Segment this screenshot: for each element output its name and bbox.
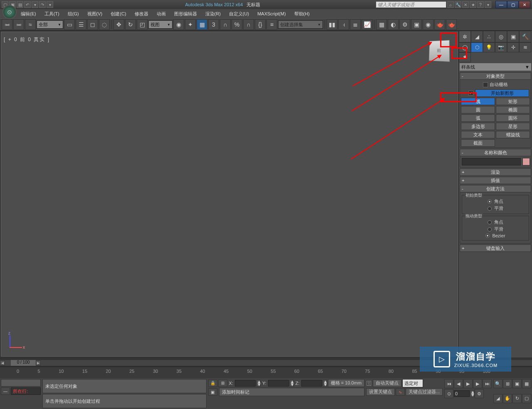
category-dropdown[interactable]: 样条线▼ (460, 63, 531, 71)
menu-customize[interactable]: 自定义(U) (229, 11, 249, 17)
redo-dd-icon[interactable]: ▾ (47, 1, 53, 8)
teapot2-icon[interactable]: 🫖 (446, 19, 457, 30)
hierarchy-tab-icon[interactable]: ⛬ (483, 31, 495, 42)
startnewshape-button[interactable]: 开始新图形 (475, 89, 529, 97)
star-icon[interactable]: ★ (470, 1, 476, 8)
timetag-icon[interactable]: ▣ (208, 388, 217, 396)
time-config2-icon[interactable]: ⚙ (475, 389, 484, 398)
drag-bezier-radio[interactable] (485, 234, 490, 238)
zoom-extents-all-icon[interactable]: ▦ (522, 379, 531, 388)
time-config-icon[interactable]: ⊙ (444, 389, 453, 398)
create-tab-icon[interactable]: ✲ (459, 31, 471, 42)
menu-animation[interactable]: 动画 (157, 11, 166, 17)
keyfilter-button[interactable]: 关键点过滤器... (406, 388, 443, 396)
refcoord-dropdown[interactable]: 视图▼ (148, 20, 172, 29)
time-spinner[interactable]: ▲▼ (470, 390, 474, 397)
modify-tab-icon[interactable]: ◢ (471, 31, 483, 42)
drag-smooth-radio[interactable] (488, 227, 492, 232)
menu-modifiers[interactable]: 修改器 (135, 11, 148, 17)
utilities-tab-icon[interactable]: 🔨 (519, 31, 531, 42)
initial-smooth-radio[interactable] (488, 207, 492, 211)
lock-selection-icon[interactable]: 🔒 (208, 379, 217, 387)
menu-rendering[interactable]: 渲染(R) (205, 11, 221, 17)
donut-button[interactable]: 圆环 (496, 114, 530, 122)
rollup-objecttype[interactable]: -对象类型 (460, 72, 531, 80)
selection-filter-dropdown[interactable]: 全部▼ (37, 20, 63, 29)
menu-edit[interactable]: 编辑(E) (21, 11, 36, 17)
redo-icon[interactable]: ↷ (39, 1, 46, 8)
help-dd-icon[interactable]: ▾ (485, 1, 491, 8)
ngon-button[interactable]: 多边形 (461, 123, 495, 130)
pan-icon[interactable]: ✋ (503, 394, 512, 403)
help-search-input[interactable] (376, 1, 446, 8)
menu-help[interactable]: 帮助(H) (294, 11, 310, 17)
display-tab-icon[interactable]: ▣ (507, 31, 519, 42)
setkey-apply-icon[interactable]: ∿ (396, 388, 405, 396)
pivot-icon[interactable]: ◉ (173, 19, 184, 30)
trackbar-minibar[interactable] (1, 379, 41, 387)
rollup-createmethod[interactable]: -创建方法 (460, 185, 531, 192)
geometry-subcat-icon[interactable]: ◯ (459, 42, 471, 52)
named-selset-icon[interactable]: ≡ (266, 19, 277, 30)
goto-end-icon[interactable]: ⏭ (483, 379, 492, 388)
unlink-icon[interactable]: ⫘ (13, 19, 24, 30)
spacewarps-subcat-icon[interactable]: ≋ (519, 42, 531, 52)
angle-snap-icon[interactable]: ∩ (220, 19, 231, 30)
maximize-button[interactable]: ▢ (507, 1, 519, 8)
helix-button[interactable]: 螺旋线 (496, 131, 530, 138)
help-icon[interactable]: ? (477, 1, 484, 8)
snap-toggle-icon[interactable]: ▦ (197, 19, 207, 30)
add-time-tag[interactable]: 添加时间标记 (219, 388, 365, 396)
lights-subcat-icon[interactable]: 💡 (483, 42, 495, 52)
manipulate-icon[interactable]: ✦ (185, 19, 196, 30)
percent-snap-icon[interactable]: % (232, 19, 242, 30)
shapes-subcat-icon[interactable]: ⬡ (471, 42, 483, 52)
arc-button[interactable]: 弧 (461, 114, 495, 122)
prev-frame-icon[interactable]: ◀ (454, 379, 463, 388)
menu-tools[interactable]: 工具(T) (44, 11, 59, 17)
rollup-namecolor[interactable]: -名称和颜色 (460, 149, 531, 156)
y-coord-input[interactable] (268, 380, 289, 387)
menu-maxscript[interactable]: MAXScript(M) (257, 11, 286, 16)
menu-create[interactable]: 创建(C) (111, 11, 126, 17)
scale-icon[interactable]: ◰ (137, 19, 148, 30)
object-color-swatch[interactable] (522, 158, 530, 165)
named-selset-dropdown[interactable]: 创建选择集▼ (278, 20, 323, 29)
drag-corner-radio[interactable] (488, 220, 492, 224)
wrench-icon[interactable]: 🔧 (455, 1, 461, 8)
spinner-snap-icon[interactable]: ∩ (243, 19, 254, 30)
binoculars-icon[interactable]: ⌕ (447, 1, 454, 8)
menu-group[interactable]: 组(G) (68, 11, 79, 17)
autogrid-checkbox[interactable] (483, 82, 488, 87)
undo-dd-icon[interactable]: ▾ (32, 1, 38, 8)
rollup-interpolation[interactable]: +插值 (460, 177, 531, 184)
select-name-icon[interactable]: ☰ (76, 19, 86, 30)
zoom-extents-icon[interactable]: ▣ (512, 379, 522, 388)
ellipse-button[interactable]: 椭圆 (496, 106, 530, 113)
autokey-button[interactable]: 自动关键点 (373, 379, 401, 387)
ts-next-icon[interactable]: ▶ (36, 360, 41, 365)
rollup-render[interactable]: +渲染 (460, 168, 531, 176)
render-prod-icon[interactable]: ◉ (423, 19, 433, 30)
zoom-all-icon[interactable]: ⊞ (503, 379, 512, 388)
x-coord-input[interactable] (235, 380, 256, 387)
next-frame-icon[interactable]: ▶ (473, 379, 482, 388)
helpers-subcat-icon[interactable]: ✢ (507, 42, 519, 52)
ts-prev-icon[interactable]: ◀ (0, 360, 5, 365)
current-time-input[interactable] (454, 390, 470, 397)
exchange-icon[interactable]: ✕ (462, 1, 469, 8)
teapot-icon[interactable]: 🫖 (434, 19, 445, 30)
viewport-label[interactable]: [ + 0 前 0 真实 ] (4, 36, 50, 43)
goto-start-icon[interactable]: ⏮ (444, 379, 453, 388)
move-icon[interactable]: ✥ (113, 19, 124, 30)
save-icon[interactable]: ▤ (17, 1, 23, 8)
select-icon[interactable]: ▭ (64, 19, 75, 30)
undo-icon[interactable]: ↶ (24, 1, 31, 8)
section-button[interactable]: 截面 (461, 139, 495, 147)
circle-button[interactable]: 圆 (461, 106, 495, 113)
edit-selset-icon[interactable]: {} (255, 19, 266, 30)
motion-tab-icon[interactable]: ◎ (495, 31, 507, 42)
cameras-subcat-icon[interactable]: 📷 (495, 42, 507, 52)
snap-3-icon[interactable]: 3 (208, 19, 219, 30)
render-setup-icon[interactable]: ⚙ (399, 19, 410, 30)
